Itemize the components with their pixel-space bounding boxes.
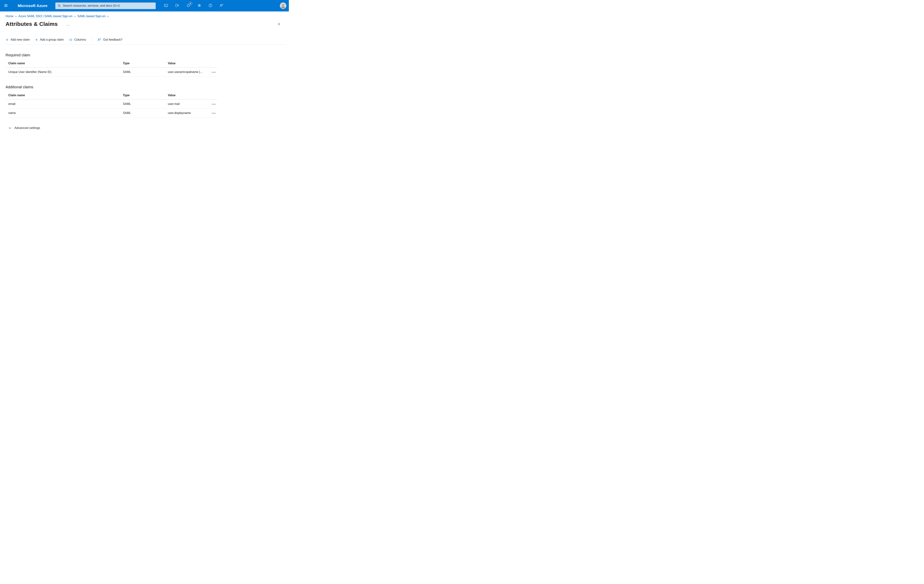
directory-filter-icon	[175, 3, 179, 8]
advanced-settings-toggle[interactable]: Advanced settings	[8, 126, 40, 130]
got-feedback-button[interactable]: Got feedback?	[97, 38, 122, 42]
hamburger-icon	[4, 3, 8, 8]
table-header-row: Claim name Type Value	[5, 59, 217, 67]
claim-type-cell: SAML	[120, 102, 165, 106]
columns-button[interactable]: Columns	[69, 38, 86, 41]
columns-label: Columns	[74, 38, 86, 41]
add-new-claim-label: Add new claim	[10, 38, 30, 41]
got-feedback-label: Got feedback?	[103, 38, 122, 41]
table-row[interactable]: Unique User Identifier (Name ID) SAML us…	[5, 67, 217, 77]
table-row[interactable]: name SAML user.displayname •••	[5, 109, 217, 118]
account-avatar[interactable]	[280, 3, 286, 9]
add-group-claim-label: Add a group claim	[40, 38, 64, 41]
additional-claims-heading: Additional claims	[5, 85, 283, 89]
chevron-down-icon	[8, 127, 12, 130]
column-header-claim-name: Claim name	[5, 94, 120, 97]
breadcrumb-home[interactable]: Home	[5, 15, 13, 18]
column-header-type: Type	[120, 94, 165, 97]
claim-name-cell: Unique User Identifier (Name ID)	[5, 71, 120, 74]
feedback-person-icon	[97, 38, 101, 42]
page-context-menu-button[interactable]: …	[66, 23, 70, 25]
columns-icon	[69, 38, 73, 41]
page-header: Attributes & Claims …	[0, 18, 289, 27]
add-group-claim-button[interactable]: Add a group claim	[35, 38, 64, 41]
close-blade-button[interactable]	[276, 21, 281, 26]
column-header-value: Value	[165, 62, 207, 65]
row-context-menu-button[interactable]: •••	[211, 70, 217, 74]
gear-icon	[197, 3, 201, 8]
plus-icon	[35, 38, 38, 41]
row-context-menu-button[interactable]: •••	[211, 102, 217, 106]
cloud-shell-button[interactable]	[162, 2, 170, 10]
breadcrumb-app-signon[interactable]: Azure SAML SSO | SAML-based Sign-on	[18, 15, 73, 18]
command-bar: Add new claim Add a group claim Columns …	[0, 36, 289, 43]
additional-claims-table: Claim name Type Value email SAML user.ma…	[5, 91, 217, 118]
directory-filter-button[interactable]	[173, 2, 181, 10]
azure-portal: Microsoft Azure 6	[0, 0, 289, 146]
cloud-shell-icon	[164, 3, 168, 8]
help-icon: ?	[208, 3, 213, 8]
page-title: Attributes & Claims	[5, 21, 58, 27]
top-bar: Microsoft Azure 6	[0, 0, 289, 12]
breadcrumb-saml-signon[interactable]: SAML-based Sign-on	[78, 15, 106, 18]
notification-badge: 6	[189, 2, 192, 5]
svg-text:?: ?	[210, 4, 211, 7]
claim-name-cell: name	[5, 111, 120, 115]
breadcrumb-separator-icon: >	[107, 15, 109, 18]
ellipsis-icon: …	[66, 22, 70, 26]
breadcrumb: Home > Azure SAML SSO | SAML-based Sign-…	[0, 12, 289, 18]
column-header-value: Value	[165, 94, 207, 97]
table-row[interactable]: email SAML user.mail •••	[5, 100, 217, 109]
claim-name-cell: email	[5, 102, 120, 106]
notifications-button[interactable]: 6	[184, 2, 192, 10]
help-button[interactable]: ?	[206, 2, 214, 10]
avatar-person-icon	[280, 3, 286, 9]
advanced-settings-label: Advanced settings	[15, 126, 40, 130]
additional-claims-section: Additional claims Claim name Type Value …	[0, 85, 289, 118]
row-context-menu-button[interactable]: •••	[211, 111, 217, 115]
settings-button[interactable]	[195, 2, 203, 10]
column-header-type: Type	[120, 62, 165, 65]
search-icon	[58, 4, 61, 8]
search-input[interactable]	[63, 4, 153, 7]
plus-icon	[5, 38, 9, 41]
hamburger-menu-button[interactable]	[2, 2, 10, 10]
ellipsis-icon: •••	[212, 71, 216, 74]
ellipsis-icon: •••	[212, 112, 216, 115]
ellipsis-icon: •••	[212, 103, 216, 105]
toolbar-rule	[5, 44, 285, 45]
claim-value-cell: user.userprincipalname [...	[165, 71, 207, 74]
claim-value-cell: user.displayname	[165, 111, 207, 115]
global-search	[55, 2, 156, 9]
feedback-person-icon	[219, 3, 224, 8]
required-claim-section: Required claim Claim name Type Value Uni…	[0, 53, 289, 77]
breadcrumb-separator-icon: >	[15, 15, 17, 18]
required-claim-table: Claim name Type Value Unique User Identi…	[5, 59, 217, 77]
top-bar-actions: 6 ?	[162, 2, 226, 10]
column-header-claim-name: Claim name	[5, 62, 120, 65]
breadcrumb-separator-icon: >	[74, 15, 76, 18]
close-icon	[277, 22, 281, 26]
feedback-button[interactable]	[218, 2, 226, 10]
add-new-claim-button[interactable]: Add new claim	[5, 38, 30, 41]
claim-type-cell: SAML	[120, 71, 165, 74]
claim-type-cell: SAML	[120, 111, 165, 115]
toolbar-divider	[91, 37, 92, 42]
required-claim-heading: Required claim	[5, 53, 283, 57]
claim-value-cell: user.mail	[165, 102, 207, 106]
brand-title[interactable]: Microsoft Azure	[18, 3, 48, 8]
table-header-row: Claim name Type Value	[5, 91, 217, 100]
